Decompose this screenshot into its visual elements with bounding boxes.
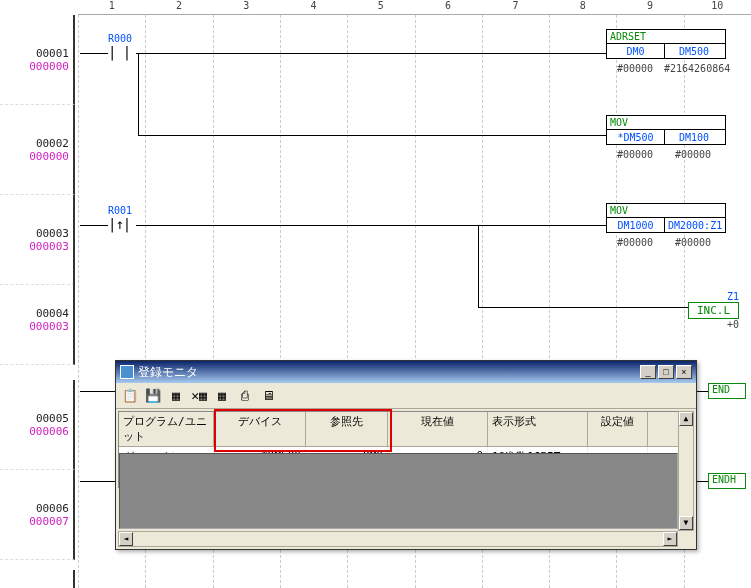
end-instruction[interactable]: END [708,383,746,399]
column-header-0[interactable]: プログラム/ユニット [119,412,214,446]
column-header: 4 [280,0,347,15]
column-header: 1 [78,0,145,15]
row-label: 00001000000 [0,15,75,105]
grid-icon[interactable]: ▦ [166,386,186,406]
app-icon [120,365,134,379]
scrollbar-vertical[interactable]: ▲ ▼ [678,411,694,531]
column-header: 3 [213,0,280,15]
column-header: 5 [347,0,414,15]
column-header-5[interactable]: 設定値 [588,412,648,446]
rung-number: 00006 [36,502,69,515]
contact[interactable]: R001|↑| [108,205,132,232]
instruction-operand: DM2000:Z1 [665,218,723,232]
scroll-right-button[interactable]: ► [663,532,677,546]
rung-number: 00002 [36,137,69,150]
monitor-toolbar: 📋💾▦✕▦▦⎙🖥 [116,383,696,409]
row-label: 00002000000 [0,105,75,195]
end-instruction[interactable]: ENDH [708,473,746,489]
coil-name: INC.L [688,302,739,319]
contact-label: R000 [108,33,132,44]
column-header-4[interactable]: 表示形式 [488,412,588,446]
row-label: 00006000007 [0,470,75,560]
empty-area [119,453,678,529]
rung-number: 00004 [36,307,69,320]
scroll-up-button[interactable]: ▲ [679,412,693,426]
instruction-mov[interactable]: MOV*DM500DM100 [606,115,726,145]
titlebar[interactable]: 登録モニタ _ □ × [116,361,696,383]
rung-number: 00003 [36,227,69,240]
delete-grid-icon[interactable]: ✕▦ [189,386,209,406]
close-button[interactable]: × [676,365,692,379]
instruction-name: ADRSET [607,30,725,44]
print-icon[interactable]: ⎙ [235,386,255,406]
monitor-icon[interactable]: 🖥 [258,386,278,406]
instruction-value: #00000 [664,147,722,160]
column-header: 10 [684,0,751,15]
rung-address: 000000 [29,150,69,163]
maximize-button[interactable]: □ [658,365,674,379]
instruction-value: #00000 [664,235,722,248]
rung-address: 000007 [29,515,69,528]
contact-symbol: | | [108,44,132,60]
window-title: 登録モニタ [138,364,198,381]
instruction-operand: *DM500 [607,130,665,144]
instruction-operand: DM100 [665,130,723,144]
rung-address: 000006 [29,425,69,438]
monitor-window: 登録モニタ _ □ × 📋💾▦✕▦▦⎙🖥 プログラム/ユニットデバイス参照先現在… [115,360,697,550]
instruction-value: #00000 [606,147,664,160]
grid2-icon[interactable]: ▦ [212,386,232,406]
contact-symbol: |↑| [108,216,132,232]
rung-address: 000003 [29,320,69,333]
coil-inc[interactable]: Z1INC.L+0 [688,291,739,330]
instruction-value: #00000 [606,61,664,74]
row-label: 00007 [0,570,75,588]
column-header: 9 [616,0,683,15]
instruction-value: #2164260864 [664,61,722,74]
column-header: 2 [145,0,212,15]
rung-address: 000003 [29,240,69,253]
column-header-1[interactable]: デバイス [214,412,306,446]
row-label: 00004000003 [0,275,75,365]
paste-icon[interactable]: 📋 [120,386,140,406]
instruction-operand: DM0 [607,44,665,58]
contact[interactable]: R000| | [108,33,132,60]
column-header: 8 [549,0,616,15]
instruction-mov[interactable]: MOVDM1000DM2000:Z1 [606,203,726,233]
column-header-2[interactable]: 参照先 [306,412,388,446]
rung-number: 00005 [36,412,69,425]
instruction-name: MOV [607,204,725,218]
instruction-value: #00000 [606,235,664,248]
instruction-adrset[interactable]: ADRSETDM0DM500 [606,29,726,59]
minimize-button[interactable]: _ [640,365,656,379]
row-label: 00005000006 [0,380,75,470]
column-header-3[interactable]: 現在値 [388,412,488,446]
coil-value: +0 [688,319,739,330]
save-icon[interactable]: 💾 [143,386,163,406]
scroll-down-button[interactable]: ▼ [679,516,693,530]
rung-address: 000000 [29,60,69,73]
coil-label: Z1 [688,291,739,302]
column-header: 6 [414,0,481,15]
contact-label: R001 [108,205,132,216]
instruction-operand: DM500 [665,44,723,58]
row-label: 00003000003 [0,195,75,285]
scroll-left-button[interactable]: ◄ [119,532,133,546]
instruction-name: MOV [607,116,725,130]
instruction-operand: DM1000 [607,218,665,232]
column-header: 7 [482,0,549,15]
rung-number: 00001 [36,47,69,60]
scrollbar-horizontal[interactable]: ◄ ► [118,531,678,547]
